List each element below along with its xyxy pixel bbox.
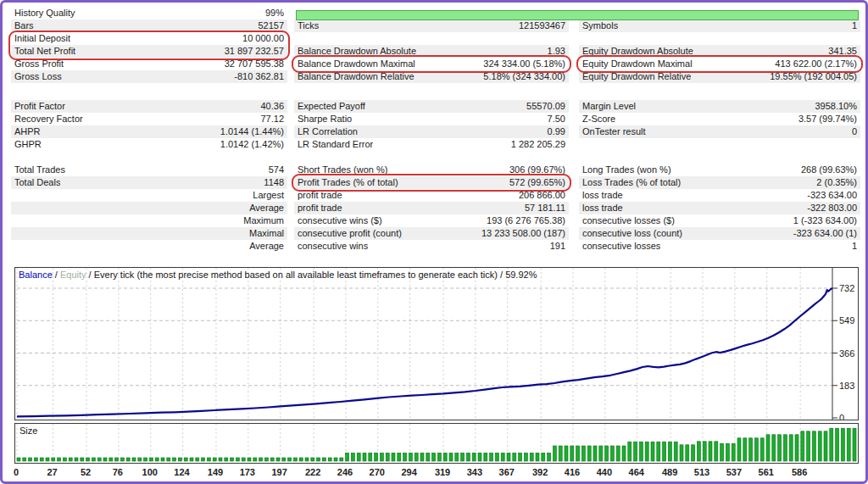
stat-value: 40.36 xyxy=(260,100,284,113)
stat-row: Balance Drawdown Absolute1.93 xyxy=(294,45,569,58)
size-bar xyxy=(478,453,481,461)
size-bar xyxy=(75,458,78,461)
x-axis-tick-label: 270 xyxy=(370,467,385,477)
x-axis-tick-label: 343 xyxy=(467,467,482,477)
stat-row: Profit Trades (% of total)572 (99.65%) xyxy=(294,176,569,189)
x-axis-tick-label: 392 xyxy=(532,467,548,477)
stat-value: Average xyxy=(249,202,284,214)
stat-label: Profit Factor xyxy=(14,100,65,113)
test-progress-bar xyxy=(296,10,859,20)
size-bar xyxy=(97,458,101,461)
size-bar xyxy=(69,458,72,461)
stat-row: LR Correlation0.99 xyxy=(294,125,569,138)
stat-value: -810 362.81 xyxy=(234,70,284,83)
stat-label: profit trade xyxy=(298,189,342,202)
stat-value: 3.57 (99.74%) xyxy=(798,113,857,125)
x-axis-tick-label: 586 xyxy=(792,467,807,477)
stat-label: Short Trades (won %) xyxy=(298,164,387,176)
x-axis-tick-label: 27 xyxy=(47,467,57,477)
size-bar xyxy=(449,453,453,461)
size-bar xyxy=(184,458,187,461)
stat-value: 1 xyxy=(852,19,857,32)
size-bar xyxy=(836,428,839,461)
size-bar xyxy=(663,442,666,461)
x-axis-tick-label: 416 xyxy=(565,467,580,477)
stat-row: loss trade-323 634.00 xyxy=(579,189,860,202)
stat-label: Recovery Factor xyxy=(14,113,83,125)
stat-value: 574 xyxy=(269,164,284,176)
x-axis-tick-label: 561 xyxy=(759,467,774,477)
size-bar xyxy=(778,435,782,461)
size-bar xyxy=(155,458,159,461)
x-axis-tick-label: 173 xyxy=(240,467,255,477)
stat-label: consecutive profit (count) xyxy=(298,227,402,240)
stat-row: Balance Drawdown Relative5.18% (324 334.… xyxy=(294,70,569,83)
x-axis-tick-label: 464 xyxy=(629,467,644,477)
stat-row: Ticks121593467 xyxy=(294,19,569,32)
stat-value: 306 (99.67%) xyxy=(509,164,565,176)
stat-label: loss trade xyxy=(582,202,623,214)
size-bar xyxy=(501,453,504,461)
size-bar xyxy=(190,458,193,461)
stat-label: Balance Drawdown Absolute xyxy=(298,45,416,58)
size-bar xyxy=(52,458,55,461)
size-bar xyxy=(242,458,245,461)
size-bar xyxy=(847,428,850,461)
stat-row: OnTester result0 xyxy=(579,125,860,138)
stat-value: 1.93 xyxy=(548,45,565,58)
size-bar xyxy=(288,458,292,461)
stat-value: 19.55% (192 004.05) xyxy=(770,70,857,83)
stat-value: 193 (6 276 765.38) xyxy=(487,214,565,227)
stat-label: Loss Trades (% of total) xyxy=(582,176,681,189)
size-bar xyxy=(599,446,603,461)
stat-value: 3958.10% xyxy=(815,100,857,113)
stat-label: Sharpe Ratio xyxy=(298,113,352,125)
stat-label: Balance Drawdown Maximal xyxy=(298,58,415,70)
stat-label: Equity Drawdown Relative xyxy=(582,70,691,83)
stat-value: 191 xyxy=(550,240,565,253)
stats-column-left: History Quality99%Bars52157Initial Depos… xyxy=(11,3,287,261)
size-bar xyxy=(311,458,314,461)
size-bar xyxy=(380,453,383,461)
size-bar xyxy=(149,458,153,461)
size-bar xyxy=(565,446,568,461)
size-bar xyxy=(766,435,770,461)
size-bar xyxy=(334,458,337,461)
size-bar xyxy=(86,458,90,461)
stat-row: Total Deals1148 xyxy=(11,176,287,189)
size-bar xyxy=(686,445,689,461)
size-bar xyxy=(536,453,539,461)
x-axis-tick-label: 513 xyxy=(694,467,709,477)
stat-row: profit trade57 181.11 xyxy=(294,202,569,214)
size-bar xyxy=(259,458,263,461)
size-bar xyxy=(553,446,556,461)
size-bar xyxy=(92,458,95,461)
stat-label: Total Net Profit xyxy=(14,45,75,58)
size-bar xyxy=(622,446,626,461)
size-bar xyxy=(466,453,470,461)
stat-row: Equity Drawdown Absolute341.35 xyxy=(579,45,860,58)
stat-value: 572 (99.65%) xyxy=(509,176,565,189)
strategy-tester-report: History Quality99%Bars52157Initial Depos… xyxy=(0,0,868,484)
size-bar xyxy=(415,453,418,461)
stat-value: 0 xyxy=(852,125,857,138)
size-label: Size xyxy=(19,426,37,436)
size-bar xyxy=(749,438,753,461)
stat-value: 99% xyxy=(265,7,284,19)
stat-value: 2 (0.35%) xyxy=(816,176,857,189)
size-bar xyxy=(783,435,787,461)
stat-label: consecutive losses ($) xyxy=(582,214,675,227)
size-bar xyxy=(789,435,793,461)
y-axis-tick-label: 0 xyxy=(839,413,844,420)
size-bar xyxy=(801,431,804,461)
stat-label: Gross Loss xyxy=(14,70,62,83)
stat-row: Gross Profit32 707 595.38 xyxy=(11,58,287,70)
size-bar xyxy=(46,458,49,461)
size-bar xyxy=(138,458,142,461)
size-bar xyxy=(264,458,268,461)
size-bar xyxy=(398,453,401,461)
size-bar xyxy=(721,443,724,461)
size-bar xyxy=(58,458,61,461)
x-axis-tick-label: 319 xyxy=(435,467,450,477)
size-bar xyxy=(726,443,729,461)
